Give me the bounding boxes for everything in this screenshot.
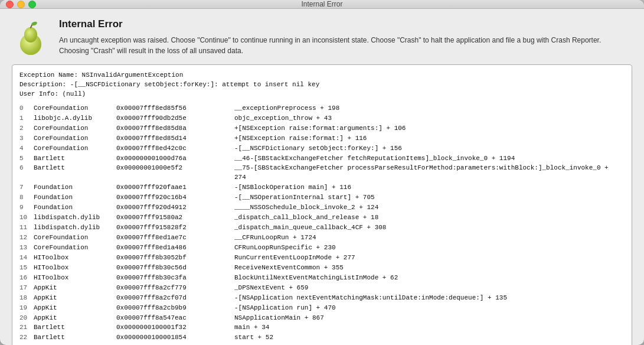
table-row: 19 AppKit 0x00007fff8a2cb9b9 -[NSApplica… bbox=[19, 304, 625, 314]
frame-library: Bartlett bbox=[34, 164, 116, 183]
table-row: 11 libdispatch.dylib 0x00007fff915828f2 … bbox=[19, 223, 625, 233]
frame-library: Bartlett bbox=[34, 333, 116, 343]
main-content: Internal Error An uncaught exception was… bbox=[0, 9, 644, 345]
frame-symbol: __CFRunLoopRun + 1724 bbox=[234, 233, 625, 243]
table-row: 15 HIToolbox 0x00007fff8b30c56d ReceiveN… bbox=[19, 263, 625, 274]
frame-number: 19 bbox=[19, 304, 34, 314]
frame-address: 0x00007fff90db2d5e bbox=[116, 114, 234, 124]
frame-address: 0x00007fff8b30c56d bbox=[116, 263, 234, 274]
frame-symbol: __46-[SBStackExchangeFetcher fetchReputa… bbox=[234, 154, 625, 164]
frame-symbol: start + 52 bbox=[234, 333, 625, 343]
user-info: User Info: (null) bbox=[19, 90, 625, 99]
window: Internal Error bbox=[0, 0, 644, 345]
frame-library: CoreFoundation bbox=[34, 104, 116, 114]
frame-address: 0x00007fff920d4912 bbox=[116, 203, 234, 213]
frame-number: 3 bbox=[19, 134, 34, 144]
table-row: 16 HIToolbox 0x00007fff8b30c3fa BlockUnt… bbox=[19, 274, 625, 284]
maximize-button[interactable] bbox=[28, 1, 36, 8]
minimize-button[interactable] bbox=[17, 1, 25, 8]
frame-number: 6 bbox=[19, 164, 34, 183]
frame-address: 0x00007fff8ed85f56 bbox=[116, 104, 234, 114]
frame-symbol: ____NSSOSchedule_block_invoke_2 + 124 bbox=[234, 203, 625, 213]
frame-address: 0x00007fff8a547eac bbox=[116, 314, 234, 324]
frame-library: libdispatch.dylib bbox=[34, 223, 116, 233]
table-row: 17 AppKit 0x00007fff8a2cf779 _DPSNextEve… bbox=[19, 284, 625, 294]
frame-symbol: _dispatch_main_queue_callback_4CF + 308 bbox=[234, 223, 625, 233]
frame-address: 0x00007fff8a2cf779 bbox=[116, 284, 234, 294]
frame-address: 0x00007fff8ed85d14 bbox=[116, 134, 234, 144]
frame-library: AppKit bbox=[34, 294, 116, 304]
frame-library: AppKit bbox=[34, 284, 116, 294]
frame-symbol: RunCurrentEventLoopInMode + 277 bbox=[234, 253, 625, 263]
table-row: 8 Foundation 0x00007fff920c16b4 -[__NSOp… bbox=[19, 193, 625, 203]
frame-address: 0x00007fff8b3052bf bbox=[116, 253, 234, 263]
frame-number: 9 bbox=[19, 203, 34, 213]
frame-address: 0x00007fff920faae1 bbox=[116, 183, 234, 193]
frame-library: CoreFoundation bbox=[34, 144, 116, 154]
table-row: 14 HIToolbox 0x00007fff8b3052bf RunCurre… bbox=[19, 253, 625, 263]
frame-symbol: _DPSNextEvent + 659 bbox=[234, 284, 625, 294]
frame-address: 0x00007fff8b30c3fa bbox=[116, 274, 234, 284]
frame-address: 0x00007fff91580a2 bbox=[116, 213, 234, 223]
frame-library: CoreFoundation bbox=[34, 243, 116, 253]
frame-address: 0x00007fff8ed42c0c bbox=[116, 144, 234, 154]
frame-number: 20 bbox=[19, 314, 34, 324]
frame-symbol: BlockUntilNextEventMatchingListInMode + … bbox=[234, 274, 625, 284]
frame-number: 5 bbox=[19, 154, 34, 164]
frame-library: Foundation bbox=[34, 203, 116, 213]
details-box: Exception Name: NSInvalidArgumentExcepti… bbox=[12, 64, 632, 345]
frame-address: 0x0000000100001854 bbox=[116, 333, 234, 343]
table-row: 22 Bartlett 0x0000000100001854 start + 5… bbox=[19, 333, 625, 343]
header-section: Internal Error An uncaught exception was… bbox=[12, 18, 632, 56]
frame-symbol: _dispatch_call_block_and_release + 18 bbox=[234, 213, 625, 223]
frame-number: 11 bbox=[19, 223, 34, 233]
frame-number: 18 bbox=[19, 294, 34, 304]
title-bar: Internal Error bbox=[0, 0, 644, 9]
frame-number: 1 bbox=[19, 114, 34, 124]
frame-address: 0x00007fff8ed1a486 bbox=[116, 243, 234, 253]
frame-number: 7 bbox=[19, 183, 34, 193]
close-button[interactable] bbox=[6, 1, 14, 8]
frame-number: 10 bbox=[19, 213, 34, 223]
exception-name: Exception Name: NSInvalidArgumentExcepti… bbox=[19, 71, 625, 80]
frame-number: 8 bbox=[19, 193, 34, 203]
window-title: Internal Error bbox=[301, 0, 342, 8]
frame-address: 0x00007fff8a2cb9b9 bbox=[116, 304, 234, 314]
table-row: 5 Bartlett 0x000000001000d76a __46-[SBSt… bbox=[19, 154, 625, 164]
app-icon bbox=[12, 18, 50, 56]
frame-library: AppKit bbox=[34, 304, 116, 314]
frame-library: libdispatch.dylib bbox=[34, 213, 116, 223]
frame-library: CoreFoundation bbox=[34, 233, 116, 243]
frame-symbol: +[NSException raise:format:] + 116 bbox=[234, 134, 625, 144]
frame-number: 21 bbox=[19, 323, 34, 333]
frame-address: 0x00007fff8ed1ae7c bbox=[116, 233, 234, 243]
frame-number: 12 bbox=[19, 233, 34, 243]
frame-symbol: __75-[SBStackExchangeFetcher processPars… bbox=[234, 164, 625, 183]
table-row: 9 Foundation 0x00007fff920d4912 ____NSSO… bbox=[19, 203, 625, 213]
frame-library: Foundation bbox=[34, 193, 116, 203]
table-row: 3 CoreFoundation 0x00007fff8ed85d14 +[NS… bbox=[19, 134, 625, 144]
frame-library: HIToolbox bbox=[34, 263, 116, 274]
frame-library: Foundation bbox=[34, 183, 116, 193]
error-title: Internal Error bbox=[59, 18, 632, 30]
frame-symbol: -[NSApplication nextEventMatchingMask:un… bbox=[234, 294, 625, 304]
table-row: 18 AppKit 0x00007fff8a2cf07d -[NSApplica… bbox=[19, 294, 625, 304]
frame-address: 0x00007fff8a2cf07d bbox=[116, 294, 234, 304]
header-text: Internal Error An uncaught exception was… bbox=[59, 18, 632, 56]
frame-symbol: main + 34 bbox=[234, 323, 625, 333]
frame-symbol: CFRunLoopRunSpecific + 230 bbox=[234, 243, 625, 253]
traffic-lights bbox=[6, 1, 36, 8]
frame-symbol: __exceptionPreprocess + 198 bbox=[234, 104, 625, 114]
error-description: An uncaught exception was raised. Choose… bbox=[59, 35, 632, 56]
table-row: 4 CoreFoundation 0x00007fff8ed42c0c -[__… bbox=[19, 144, 625, 154]
stack-trace-table: 0 CoreFoundation 0x00007fff8ed85f56 __ex… bbox=[19, 104, 625, 345]
frame-address: 0x00007fff8ed85d8a bbox=[116, 124, 234, 134]
frame-library: AppKit bbox=[34, 314, 116, 324]
frame-number: 2 bbox=[19, 124, 34, 134]
frame-symbol: NSApplicationMain + 867 bbox=[234, 314, 625, 324]
table-row: 12 CoreFoundation 0x00007fff8ed1ae7c __C… bbox=[19, 233, 625, 243]
frame-number: 4 bbox=[19, 144, 34, 154]
table-row: 2 CoreFoundation 0x00007fff8ed85d8a +[NS… bbox=[19, 124, 625, 134]
table-row: 7 Foundation 0x00007fff920faae1 -[NSBloc… bbox=[19, 183, 625, 193]
frame-number: 17 bbox=[19, 284, 34, 294]
